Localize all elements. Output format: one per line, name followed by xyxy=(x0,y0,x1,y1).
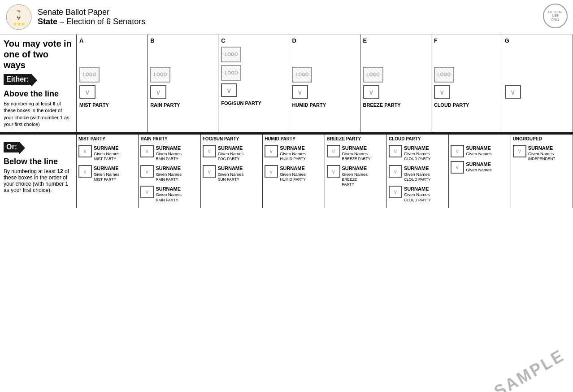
party-name-e: BREEZE PARTY xyxy=(363,102,401,108)
candidate-number-cloud-1[interactable]: ∨ xyxy=(389,145,402,157)
candidate-humid-2: ∨ SURNAME Given Names HUMID PARTY xyxy=(265,165,322,182)
below-heading-fog: FOG/SUN PARTY xyxy=(203,136,260,142)
candidate-humid-1: ∨ SURNAME Given Names HUMID PARTY xyxy=(265,145,322,162)
below-heading-g xyxy=(451,136,508,142)
candidate-breeze-1: ∨ SURNAME Given Names BREEZE PARTY xyxy=(327,145,385,162)
party-name-f: CLOUD PARTY xyxy=(434,102,469,108)
candidate-number-cloud-3[interactable]: ∨ xyxy=(389,186,402,198)
party-name-c: FOG/SUN PARTY xyxy=(221,100,261,106)
election-subtitle: – Election of 6 Senators xyxy=(57,17,145,26)
below-heading-humid: HUMID PARTY xyxy=(265,136,322,142)
candidate-ungrouped-1: ∨ SURNAME Given Names INDEPENDENT xyxy=(513,145,571,162)
candidate-number-rain-2[interactable]: ∨ xyxy=(140,165,154,178)
coat-of-arms: 🦘 🦅 ⭐⭐⭐ xyxy=(5,4,32,30)
below-column-rain: RAIN PARTY ∨ SURNAME Given Names RAIN PA… xyxy=(138,135,200,208)
vote-ways-text: You may vote in one of two ways xyxy=(4,38,72,70)
number-box-c[interactable]: ∨ xyxy=(221,83,237,97)
candidate-number-humid-2[interactable]: ∨ xyxy=(265,165,278,178)
number-box-d[interactable]: ∨ xyxy=(292,85,308,99)
logo-a: LOGO xyxy=(79,67,100,83)
below-line-section: Or: Below the line By numbering at least… xyxy=(0,135,573,208)
candidate-number-rain-1[interactable]: ∨ xyxy=(140,145,154,157)
below-column-ungrouped: UNGROUPED ∨ SURNAME Given Names INDEPEND… xyxy=(511,135,573,208)
candidate-number-g-2[interactable]: ∨ xyxy=(451,161,464,174)
candidate-number-cloud-2[interactable]: ∨ xyxy=(389,165,402,178)
above-instructions: You may vote in one of two ways Either: … xyxy=(0,35,76,132)
either-label: Either: xyxy=(4,74,32,85)
or-label: Or: xyxy=(4,142,20,152)
above-column-f: F LOGO ∨ CLOUD PARTY xyxy=(431,35,502,132)
candidate-g-1: ∨ SURNAME Given Names xyxy=(451,145,508,157)
below-line-title: Below the line xyxy=(4,157,72,166)
candidate-cloud-1: ∨ SURNAME Given Names CLOUD PARTY xyxy=(389,145,447,162)
col-letter-g: G xyxy=(505,37,509,44)
party-name-d: HUMID PARTY xyxy=(292,102,326,108)
candidate-rain-2: ∨ SURNAME Given Names RAIN PARTY xyxy=(140,165,198,182)
candidate-rain-1: ∨ SURNAME Given Names RAIN PARTY xyxy=(140,145,198,162)
header: 🦘 🦅 ⭐⭐⭐ Senate Ballot Paper State – Elec… xyxy=(0,0,573,35)
below-heading-breeze: BREEZE PARTY xyxy=(327,136,385,142)
col-letter-d: D xyxy=(292,37,296,44)
svg-text:⭐⭐⭐: ⭐⭐⭐ xyxy=(13,22,25,26)
svg-text:🦅: 🦅 xyxy=(17,16,21,20)
below-instructions: Or: Below the line By numbering at least… xyxy=(0,135,76,208)
candidate-number-mist-1[interactable]: ∨ xyxy=(78,145,92,157)
col-letter-c: C xyxy=(221,37,225,44)
candidate-number-fog-2[interactable]: ∨ xyxy=(203,165,216,178)
header-title: Senate Ballot Paper State – Election of … xyxy=(38,8,145,26)
col-letter-e: E xyxy=(363,37,367,44)
candidate-number-mist-2[interactable]: ∨ xyxy=(78,165,92,178)
below-heading-rain: RAIN PARTY xyxy=(140,136,198,142)
candidate-number-rain-3[interactable]: ∨ xyxy=(140,186,154,198)
candidate-breeze-2: ∨ SURNAME Given Names BREEZEPARTY xyxy=(327,165,385,187)
svg-text:🦘: 🦘 xyxy=(17,9,21,13)
candidate-cloud-2: ∨ SURNAME Given Names CLOUD PARTY xyxy=(389,165,447,182)
logo-c: LOGO xyxy=(221,65,241,81)
above-line-section: You may vote in one of two ways Either: … xyxy=(0,35,573,132)
below-column-mist: MIST PARTY ∨ SURNAME Given Names MIST PA… xyxy=(76,135,138,208)
party-name-a: MIST PARTY xyxy=(79,102,109,108)
below-heading-cloud: CLOUD PARTY xyxy=(389,136,447,142)
below-columns-container: MIST PARTY ∨ SURNAME Given Names MIST PA… xyxy=(76,135,573,208)
candidate-number-breeze-2[interactable]: ∨ xyxy=(327,165,340,178)
ballot-title: Senate Ballot Paper xyxy=(38,8,109,17)
official-use-only-seal: OFFICIALUSEONLY xyxy=(543,4,568,28)
number-box-g[interactable]: ∨ xyxy=(505,85,521,99)
candidate-g-2: ∨ SURNAME Given Names xyxy=(451,161,508,174)
below-column-humid: HUMID PARTY ∨ SURNAME Given Names HUMID … xyxy=(262,135,324,208)
number-box-f[interactable]: ∨ xyxy=(434,85,450,99)
candidate-number-ungrouped-1[interactable]: ∨ xyxy=(513,145,526,157)
above-line-title: Above the line xyxy=(4,89,72,99)
below-heading-ungrouped: UNGROUPED xyxy=(513,136,571,142)
candidate-number-breeze-1[interactable]: ∨ xyxy=(327,145,340,157)
logo-d: LOGO xyxy=(292,67,312,83)
number-box-a[interactable]: ∨ xyxy=(79,85,96,99)
below-instructions-text: By numbering at least 12 of these boxes … xyxy=(4,168,72,193)
col-letter-a: A xyxy=(79,37,83,44)
col-letter-f: F xyxy=(434,37,438,44)
number-box-b[interactable]: ∨ xyxy=(150,85,166,99)
party-name-b: RAIN PARTY xyxy=(150,102,180,108)
candidate-number-g-1[interactable]: ∨ xyxy=(451,145,464,157)
col-letter-b: B xyxy=(150,37,154,44)
sample-watermark: SAMPLE xyxy=(491,346,568,392)
below-column-g: ∨ SURNAME Given Names ∨ SURNAME Given Na… xyxy=(448,135,510,208)
above-columns-container: A LOGO ∨ MIST PARTY B LOGO ∨ RAIN PARTY … xyxy=(76,35,573,132)
logo-b: LOGO xyxy=(150,67,170,83)
candidate-mist-2: ∨ SURNAME Given Names MIST PARTY xyxy=(78,165,136,182)
above-column-b: B LOGO ∨ RAIN PARTY xyxy=(147,35,218,132)
official-use-label: OFFICIALUSEONLY xyxy=(548,10,563,22)
below-column-fog: FOG/SUN PARTY ∨ SURNAME Given Names FOG … xyxy=(200,135,262,208)
above-column-c: C LOGO LOGO ∨ FOG/SUN PARTY xyxy=(218,35,289,132)
above-column-e: E LOGO ∨ BREEZE PARTY xyxy=(360,35,431,132)
above-column-d: D LOGO ∨ HUMID PARTY xyxy=(289,35,360,132)
candidate-number-humid-1[interactable]: ∨ xyxy=(265,145,278,157)
above-column-a: A LOGO ∨ MIST PARTY xyxy=(76,35,147,132)
number-box-e[interactable]: ∨ xyxy=(363,85,379,99)
candidate-number-fog-1[interactable]: ∨ xyxy=(203,145,216,157)
logo-c-top: LOGO xyxy=(221,47,241,62)
candidate-fog-1: ∨ SURNAME Given Names FOG PARTY xyxy=(203,145,260,162)
below-heading-mist: MIST PARTY xyxy=(78,136,136,142)
state-label: State xyxy=(38,17,57,26)
above-instructions-text: By numbering at least 6 of these boxes i… xyxy=(4,100,72,128)
